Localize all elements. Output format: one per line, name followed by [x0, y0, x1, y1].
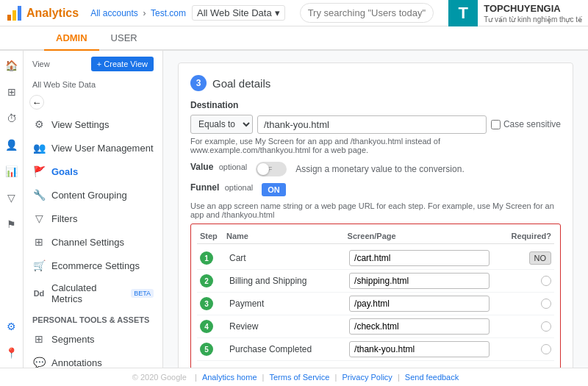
step-required-5[interactable]: [492, 344, 551, 354]
sidebar-item-annotations[interactable]: 💬 Annotations: [24, 351, 162, 368]
sidebar-subtitle: All Web Site Data: [24, 77, 162, 92]
required-radio-3[interactable]: [541, 299, 551, 309]
users-icon: 👥: [32, 141, 46, 154]
step-screen-input-5[interactable]: [349, 341, 490, 357]
step-required-4[interactable]: [492, 321, 551, 332]
sidebar-item-goals[interactable]: 🚩 Goals: [24, 160, 162, 183]
annotations-icon: 💬: [32, 356, 46, 368]
goals-flag-icon: 🚩: [32, 165, 46, 178]
step-num-5: 5: [200, 343, 226, 356]
app-title: Analytics: [26, 7, 79, 20]
settings-icon[interactable]: ⚙: [3, 318, 21, 335]
step-num-2: 2: [200, 274, 226, 287]
funnel-icon[interactable]: ▽: [3, 189, 21, 207]
chart-icon[interactable]: 📊: [3, 162, 21, 180]
step-num-4: 4: [200, 320, 226, 333]
step-screen-2: [349, 273, 490, 289]
step-required-2[interactable]: [492, 276, 551, 286]
destination-hint: For example, use My Screen for an app an…: [190, 137, 561, 154]
funnel-row: Funnel optional ON: [190, 182, 561, 197]
footer-feedback[interactable]: Send feedback: [405, 373, 459, 382]
svg-rect-0: [7, 15, 11, 21]
account-breadcrumb[interactable]: All accounts › Test.com: [90, 8, 186, 18]
required-no-button[interactable]: NO: [529, 251, 552, 265]
nav-tabs: ADMIN USER: [0, 26, 588, 51]
table-row: 5 Purchase Completed: [197, 338, 554, 361]
step-name-3: Payment: [229, 299, 346, 309]
brand-badge: T TOPCHUYENGIA Tư vấn từ kinh nghiệm thự…: [448, 0, 582, 28]
value-toggle[interactable]: OFF: [256, 162, 287, 176]
search-input[interactable]: [300, 3, 434, 23]
step-screen-input-2[interactable]: [349, 273, 490, 289]
tab-user[interactable]: USER: [99, 26, 149, 51]
step-screen-3: [349, 296, 490, 312]
step-screen-input-4[interactable]: [349, 318, 490, 335]
section-title: 3 Goal details: [190, 75, 561, 91]
search-container: [300, 3, 434, 23]
sidebar-item-ecommerce[interactable]: 🛒 Ecommerce Settings: [24, 254, 162, 277]
grid-icon[interactable]: ⊞: [3, 83, 21, 101]
value-row: Value optional OFF Assign a monetary val…: [190, 162, 561, 176]
tab-admin[interactable]: ADMIN: [44, 26, 99, 51]
table-row: 3 Payment: [197, 293, 554, 315]
flag-icon[interactable]: ⚑: [3, 215, 21, 233]
required-radio-5[interactable]: [541, 344, 551, 354]
clock-icon[interactable]: ⏱: [3, 110, 21, 127]
icon-bar: 🏠 ⊞ ⏱ 👤 📊 ▽ ⚑ ⚙ 📍: [0, 51, 24, 368]
footer-analytics-home[interactable]: Analytics home: [202, 373, 257, 382]
sidebar-view-header: View + Create View: [24, 51, 162, 77]
step-name-5: Purchase Completed: [229, 344, 346, 354]
location-icon[interactable]: 📍: [3, 344, 21, 362]
beta-badge: BETA: [131, 289, 154, 298]
footer-privacy[interactable]: Privacy Policy: [342, 373, 392, 382]
step-screen-1: [349, 250, 490, 266]
destination-input[interactable]: [257, 115, 487, 134]
funnel-toggle[interactable]: ON: [262, 183, 286, 196]
step-screen-input-1[interactable]: [349, 250, 490, 266]
sidebar: View + Create View All Web Site Data ← ⚙…: [24, 51, 163, 368]
sidebar-item-segments[interactable]: ⊞ Segments: [24, 327, 162, 351]
footer-terms[interactable]: Terms of Service: [269, 373, 329, 382]
footer: © 2020 Google | Analytics home | Terms o…: [0, 368, 588, 386]
footer-sep2: |: [262, 373, 267, 382]
content-icon: 🔧: [32, 188, 46, 201]
sidebar-item-content-grouping[interactable]: 🔧 Content Grouping: [24, 183, 162, 207]
sidebar-item-channel-settings[interactable]: ⊞ Channel Settings: [24, 230, 162, 254]
property-selector[interactable]: All Web Site Data ▾: [192, 5, 285, 21]
case-sensitive-checkbox[interactable]: Case sensitive: [491, 119, 561, 129]
step-num-3: 3: [200, 297, 226, 310]
case-sensitive-check[interactable]: [491, 120, 501, 129]
svg-rect-1: [12, 10, 16, 21]
funnel-hint: Use an app screen name string or a web p…: [190, 201, 561, 219]
personal-section-title: PERSONAL TOOLS & ASSETS: [24, 310, 162, 327]
create-view-button[interactable]: + Create View: [91, 57, 154, 71]
main-layout: 🏠 ⊞ ⏱ 👤 📊 ▽ ⚑ ⚙ 📍 View + Create View All…: [0, 51, 588, 368]
segments-icon: ⊞: [32, 332, 46, 346]
channel-icon: ⊞: [32, 235, 46, 249]
table-row: 1 Cart NO: [197, 247, 554, 270]
equals-to-select[interactable]: Equals to: [190, 115, 253, 134]
step-required-1[interactable]: NO: [492, 251, 551, 265]
footer-sep3: |: [334, 373, 339, 382]
goal-details-panel: 3 Goal details Destination Equals to Cas…: [178, 62, 573, 368]
ecommerce-icon: 🛒: [32, 259, 46, 272]
required-radio-4[interactable]: [541, 321, 551, 332]
step-screen-input-3[interactable]: [349, 296, 490, 312]
step-required-3[interactable]: [492, 299, 551, 309]
sidebar-item-user-management[interactable]: 👥 View User Management: [24, 136, 162, 160]
back-button[interactable]: ←: [29, 95, 44, 110]
value-description: Assign a monetary value to the conversio…: [295, 164, 464, 174]
home-icon[interactable]: 🏠: [3, 57, 21, 74]
metrics-icon: Dd: [32, 287, 46, 300]
person-icon[interactable]: 👤: [3, 136, 21, 154]
sidebar-item-filters[interactable]: ▽ Filters: [24, 207, 162, 230]
step-screen-5: [349, 341, 490, 357]
value-toggle-label: OFF: [259, 165, 272, 173]
topbar-logo: Analytics: [6, 4, 79, 22]
required-radio-2[interactable]: [541, 276, 551, 286]
chevron-down-icon: ▾: [275, 7, 280, 18]
footer-sep4: |: [398, 373, 402, 382]
sidebar-item-view-settings[interactable]: ⚙ View Settings: [24, 112, 162, 136]
table-row: 2 Billing and Shipping: [197, 270, 554, 293]
sidebar-item-calculated-metrics[interactable]: Dd Calculated Metrics BETA: [24, 277, 162, 310]
